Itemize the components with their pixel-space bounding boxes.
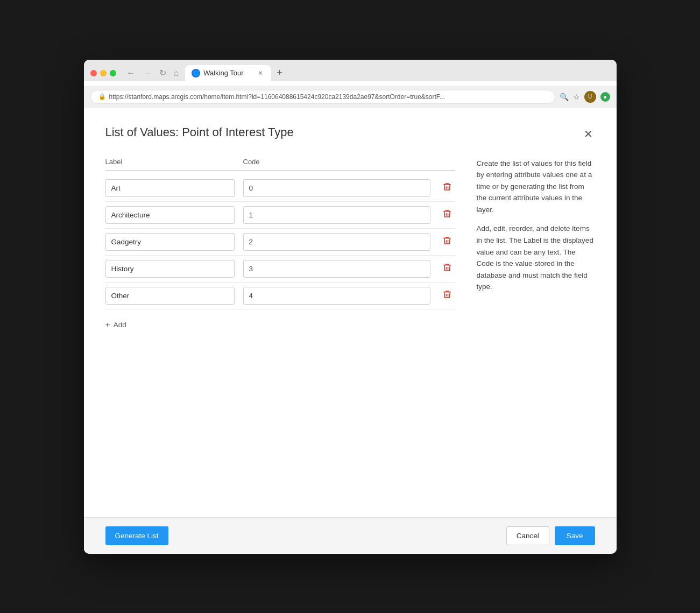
delete-button-4[interactable] bbox=[439, 287, 455, 304]
address-bar-row: 🔒 https://stanford.maps.arcgis.com/home/… bbox=[84, 86, 617, 108]
reload-button[interactable]: ↻ bbox=[157, 67, 168, 79]
forward-button[interactable]: → bbox=[141, 67, 154, 79]
delete-button-0[interactable] bbox=[439, 180, 455, 196]
extension-icon[interactable]: ● bbox=[600, 92, 610, 102]
address-bar[interactable]: 🔒 https://stanford.maps.arcgis.com/home/… bbox=[90, 90, 555, 104]
browser-controls: ← → ↻ ⌂ 🌐 Walking Tour ✕ + bbox=[90, 65, 610, 81]
trash-icon bbox=[442, 182, 452, 192]
cancel-button[interactable]: Cancel bbox=[506, 526, 549, 545]
table-row bbox=[105, 283, 455, 309]
help-text-2: Add, edit, reorder, and delete items in … bbox=[477, 223, 595, 293]
page-header: List of Values: Point of Interest Type ✕ bbox=[105, 125, 595, 143]
traffic-lights bbox=[90, 70, 116, 76]
delete-button-3[interactable] bbox=[439, 260, 455, 277]
code-input-0[interactable] bbox=[243, 179, 430, 197]
close-traffic-light[interactable] bbox=[90, 70, 97, 76]
back-button[interactable]: ← bbox=[125, 67, 138, 79]
trash-icon bbox=[442, 290, 452, 299]
column-headers: Label Code bbox=[105, 158, 455, 171]
help-text-1: Create the list of values for this field… bbox=[477, 158, 595, 216]
active-tab[interactable]: 🌐 Walking Tour ✕ bbox=[185, 65, 271, 81]
label-input-0[interactable] bbox=[105, 179, 235, 197]
page-title: List of Values: Point of Interest Type bbox=[105, 125, 294, 139]
add-row-button[interactable]: + Add bbox=[105, 318, 126, 332]
code-input-4[interactable] bbox=[243, 287, 430, 305]
user-avatar[interactable]: U bbox=[584, 91, 596, 103]
table-row bbox=[105, 256, 455, 283]
page-footer: Generate List Cancel Save bbox=[84, 517, 617, 554]
nav-buttons: ← → ↻ ⌂ bbox=[125, 67, 181, 79]
bookmark-icon[interactable]: ☆ bbox=[573, 93, 580, 101]
tab-title: Walking Tour bbox=[203, 69, 243, 77]
table-row bbox=[105, 229, 455, 256]
address-icons: 🔍 ☆ U ● bbox=[560, 91, 610, 103]
main-layout: Label Code bbox=[105, 158, 595, 332]
add-label: Add bbox=[114, 321, 126, 329]
delete-button-2[interactable] bbox=[439, 234, 455, 250]
url-text: https://stanford.maps.arcgis.com/home/it… bbox=[109, 93, 547, 101]
browser-window: ← → ↻ ⌂ 🌐 Walking Tour ✕ + 🔒 https://sta… bbox=[84, 60, 617, 554]
page-content: List of Values: Point of Interest Type ✕… bbox=[84, 108, 617, 517]
table-row bbox=[105, 175, 455, 202]
generate-list-button[interactable]: Generate List bbox=[105, 526, 168, 545]
home-button[interactable]: ⌂ bbox=[172, 67, 181, 79]
code-input-2[interactable] bbox=[243, 233, 430, 251]
code-input-3[interactable] bbox=[243, 260, 430, 278]
trash-icon bbox=[442, 263, 452, 272]
plus-icon: + bbox=[105, 320, 110, 330]
tab-bar: 🌐 Walking Tour ✕ + bbox=[185, 65, 287, 81]
table-row bbox=[105, 202, 455, 229]
label-input-4[interactable] bbox=[105, 287, 235, 305]
search-icon[interactable]: 🔍 bbox=[560, 93, 569, 101]
trash-icon bbox=[442, 236, 452, 245]
delete-button-1[interactable] bbox=[439, 207, 455, 223]
label-input-3[interactable] bbox=[105, 260, 235, 278]
label-input-1[interactable] bbox=[105, 206, 235, 224]
tab-favicon: 🌐 bbox=[192, 69, 200, 77]
tab-close-button[interactable]: ✕ bbox=[256, 69, 265, 77]
trash-icon bbox=[442, 209, 452, 219]
right-panel: Create the list of values for this field… bbox=[477, 158, 595, 332]
label-column-header: Label bbox=[105, 158, 235, 166]
left-panel: Label Code bbox=[105, 158, 455, 332]
code-input-1[interactable] bbox=[243, 206, 430, 224]
browser-chrome: ← → ↻ ⌂ 🌐 Walking Tour ✕ + bbox=[84, 60, 617, 81]
label-input-2[interactable] bbox=[105, 233, 235, 251]
save-button[interactable]: Save bbox=[555, 526, 595, 545]
new-tab-button[interactable]: + bbox=[272, 65, 287, 81]
maximize-traffic-light[interactable] bbox=[110, 70, 116, 76]
minimize-traffic-light[interactable] bbox=[100, 70, 107, 76]
footer-right: Cancel Save bbox=[506, 526, 595, 545]
close-dialog-button[interactable]: ✕ bbox=[582, 125, 595, 143]
lock-icon: 🔒 bbox=[98, 93, 106, 100]
value-rows bbox=[105, 175, 455, 309]
code-column-header: Code bbox=[243, 158, 455, 166]
